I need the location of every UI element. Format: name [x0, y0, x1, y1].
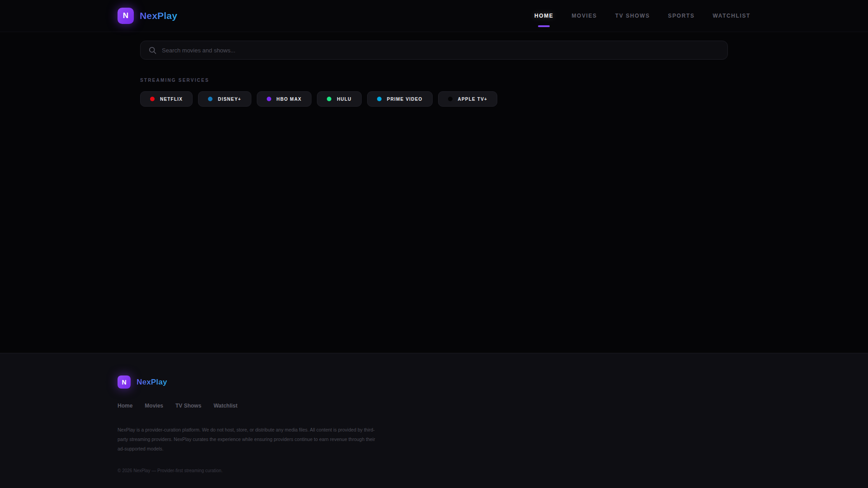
footer-link-watchlist[interactable]: Watchlist	[213, 403, 237, 409]
top-nav-bar: N NexPlay HOME MOVIES TV SHOWS SPORTS WA…	[0, 0, 868, 32]
brand-logo[interactable]: N NexPlay	[118, 8, 177, 24]
footer-link-home[interactable]: Home	[118, 403, 132, 409]
nav-item-watchlist[interactable]: WATCHLIST	[713, 0, 751, 32]
brand-logo-letter: N	[123, 11, 128, 20]
brand-logo-icon: N	[118, 8, 134, 24]
streaming-services-row: NETFLIX DISNEY+ HBO MAX HULU PRIME VIDEO…	[140, 91, 728, 107]
service-pill-label: PRIME VIDEO	[387, 97, 423, 102]
service-pill-label: NETFLIX	[160, 97, 183, 102]
search-bar[interactable]	[140, 41, 728, 60]
main-content: STREAMING SERVICES NETFLIX DISNEY+ HBO M…	[0, 41, 868, 353]
service-pill-label: HBO MAX	[277, 97, 302, 102]
service-pill-label: DISNEY+	[218, 97, 241, 102]
footer-copyright-text: © 2026 NexPlay — Provider-first streamin…	[118, 468, 750, 473]
page-footer: N NexPlay Home Movies TV Shows Watchlist…	[0, 353, 868, 488]
nav-item-tv-shows[interactable]: TV SHOWS	[615, 0, 650, 32]
service-pill-netflix[interactable]: NETFLIX	[140, 91, 193, 107]
footer-brand-name: NexPlay	[137, 378, 167, 387]
hbo-max-dot-icon	[267, 97, 271, 101]
apple-tv-plus-dot-icon	[448, 97, 453, 101]
service-pill-prime-video[interactable]: PRIME VIDEO	[367, 91, 433, 107]
streaming-services-heading: STREAMING SERVICES	[140, 78, 728, 83]
service-pill-apple-tv-plus[interactable]: APPLE TV+	[438, 91, 498, 107]
service-pill-label: APPLE TV+	[458, 97, 488, 102]
nav-item-sports[interactable]: SPORTS	[668, 0, 695, 32]
footer-brand-logo[interactable]: N NexPlay	[118, 375, 750, 389]
search-icon	[149, 47, 156, 54]
search-input[interactable]	[162, 47, 719, 54]
footer-links: Home Movies TV Shows Watchlist	[118, 403, 750, 409]
nav-item-home[interactable]: HOME	[534, 0, 553, 32]
footer-link-tv-shows[interactable]: TV Shows	[175, 403, 201, 409]
service-pill-disney-plus[interactable]: DISNEY+	[198, 91, 251, 107]
footer-brand-logo-letter: N	[122, 379, 126, 386]
service-pill-hbo-max[interactable]: HBO MAX	[257, 91, 312, 107]
nav-item-movies[interactable]: MOVIES	[571, 0, 597, 32]
footer-link-movies[interactable]: Movies	[145, 403, 163, 409]
netflix-dot-icon	[150, 97, 155, 101]
footer-brand-logo-icon: N	[118, 375, 131, 389]
hulu-dot-icon	[327, 97, 331, 101]
footer-disclaimer-text: NexPlay is a provider-curation platform.…	[118, 425, 382, 454]
main-nav: HOME MOVIES TV SHOWS SPORTS WATCHLIST	[534, 0, 750, 32]
brand-name: NexPlay	[140, 10, 177, 21]
service-pill-hulu[interactable]: HULU	[317, 91, 362, 107]
disney-plus-dot-icon	[208, 97, 212, 101]
service-pill-label: HULU	[337, 97, 352, 102]
prime-video-dot-icon	[377, 97, 382, 101]
